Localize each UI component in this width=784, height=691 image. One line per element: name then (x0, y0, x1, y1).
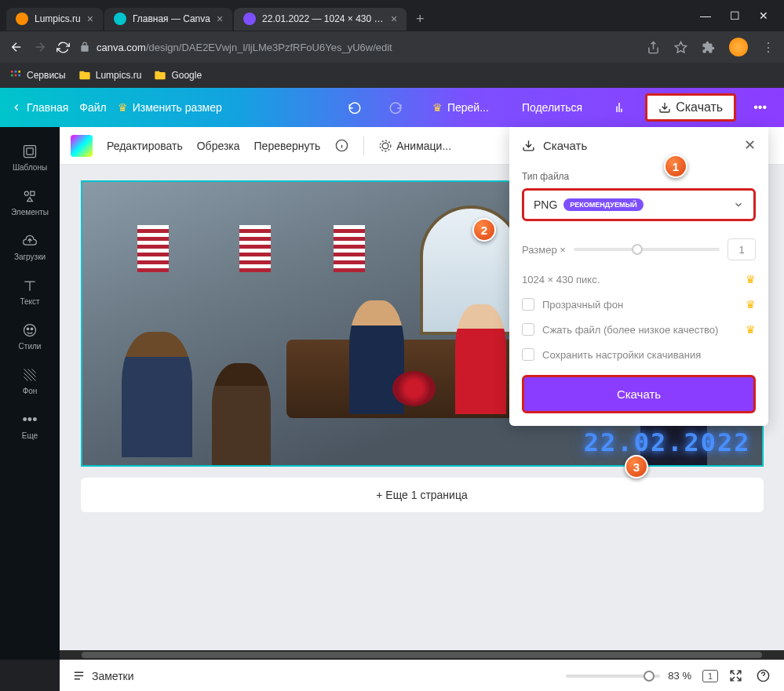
browser-tabs: Lumpics.ru × Главная — Canva × 22.01.202… (6, 2, 700, 31)
save-settings-row[interactable]: Сохранить настройки скачивания (522, 342, 756, 367)
svg-point-14 (383, 143, 389, 149)
annotation-callout-1: 1 (664, 155, 687, 178)
add-page-button[interactable]: + Еще 1 страница (81, 478, 764, 512)
svg-point-10 (24, 325, 36, 336)
profile-avatar[interactable] (729, 38, 748, 56)
minimize-icon[interactable]: — (700, 9, 711, 22)
svg-rect-5 (18, 75, 20, 77)
back-icon[interactable] (9, 40, 24, 54)
checkbox[interactable] (522, 348, 534, 361)
bookmark-apps[interactable]: Сервисы (9, 69, 66, 82)
close-icon[interactable]: × (391, 13, 397, 25)
canva-header: Главная Файл ♛ Изменить размер ♛ Перей..… (0, 88, 784, 127)
analytics-icon[interactable] (604, 96, 634, 119)
home-button[interactable]: Главная (11, 101, 68, 114)
bookmark-item[interactable]: Google (154, 69, 202, 82)
crown-icon: ♛ (746, 323, 756, 336)
extensions-icon[interactable] (702, 41, 715, 54)
bookmark-label: Google (171, 70, 202, 81)
more-icon[interactable]: ••• (747, 96, 773, 119)
browser-tab[interactable]: Главная — Canva × (104, 8, 232, 31)
sidebar-uploads[interactable]: Загрузки (0, 224, 60, 269)
annotation-callout-2: 2 (472, 218, 496, 242)
tab-favicon (114, 13, 126, 25)
zoom-slider[interactable] (566, 675, 660, 678)
url-field[interactable]: canva.com/design/DAE2EVwjn_l/ljLMe3PzfRF… (79, 42, 637, 53)
share-icon[interactable] (647, 41, 660, 54)
resize-button[interactable]: ♛ Изменить размер (118, 101, 222, 114)
redo-button[interactable] (381, 96, 410, 119)
size-value[interactable]: 1 (727, 238, 756, 260)
svg-point-8 (24, 191, 28, 195)
notes-icon (72, 669, 86, 682)
dimensions-text: 1024 × 430 пикс. (522, 274, 600, 285)
download-icon (522, 139, 535, 152)
reload-icon[interactable] (57, 41, 70, 54)
help-icon[interactable] (756, 668, 771, 683)
animate-button[interactable]: Анимаци... (378, 139, 451, 153)
flip-button[interactable]: Перевернуть (254, 140, 321, 152)
dims-row: 1024 × 430 пикс. ♛ (522, 267, 756, 292)
color-swatch[interactable] (71, 135, 93, 157)
crown-icon: ♛ (118, 101, 128, 114)
close-icon[interactable]: × (87, 13, 93, 25)
sidebar-styles[interactable]: Стили (0, 314, 60, 358)
new-tab-button[interactable]: + (408, 8, 432, 31)
svg-rect-1 (15, 71, 17, 73)
notes-button[interactable]: Заметки (72, 669, 134, 682)
transparent-row[interactable]: Прозрачный фон ♛ (522, 292, 756, 317)
chevron-down-icon (733, 199, 744, 210)
crown-icon: ♛ (746, 273, 756, 285)
upgrade-button[interactable]: ♛ Перей... (421, 96, 500, 119)
svg-point-12 (31, 328, 33, 330)
download-header-button[interactable]: Скачать (645, 93, 736, 122)
checkbox[interactable] (522, 298, 534, 311)
pages-button[interactable]: 1 (702, 670, 718, 682)
download-button[interactable]: Скачать (522, 375, 756, 413)
size-label: Размер × (522, 244, 566, 256)
sidebar-elements[interactable]: Элементы (0, 180, 60, 224)
file-type-select[interactable]: PNG РЕКОМЕНДУЕМЫЙ (522, 188, 756, 221)
share-button[interactable]: Поделиться (511, 96, 593, 119)
download-panel: Скачать ✕ Тип файла PNG РЕКОМЕНДУЕМЫЙ Ра… (509, 127, 768, 426)
templates-icon (21, 143, 38, 160)
sidebar-more[interactable]: •••Еще (0, 403, 60, 448)
text-icon (21, 277, 38, 294)
transparent-label: Прозрачный фон (542, 299, 623, 311)
close-window-icon[interactable]: ✕ (759, 9, 768, 22)
sidebar-background[interactable]: Фон (0, 358, 60, 403)
menu-icon[interactable]: ⋮ (762, 40, 775, 55)
bookmark-item[interactable]: Lumpics.ru (78, 69, 142, 82)
animate-icon (378, 139, 392, 153)
main-area: Шаблоны Элементы Загрузки Текст Стили Фо… (0, 127, 784, 660)
undo-button[interactable] (340, 96, 370, 119)
close-icon[interactable]: × (217, 13, 223, 25)
svg-rect-0 (11, 71, 13, 73)
checkbox[interactable] (522, 323, 534, 336)
browser-tab[interactable]: Lumpics.ru × (6, 8, 103, 31)
compress-row[interactable]: Сжать файл (более низкое качество) ♛ (522, 317, 756, 342)
browser-tab-active[interactable]: 22.01.2022 — 1024 × 430 пикс × (234, 8, 407, 31)
crop-button[interactable]: Обрезка (197, 140, 240, 152)
zoom-value: 83 % (668, 670, 691, 682)
date-overlay-text[interactable]: 22.02.2022 (584, 427, 751, 457)
horizontal-scrollbar[interactable] (60, 650, 784, 660)
fullscreen-icon[interactable] (729, 669, 745, 682)
size-slider[interactable] (574, 248, 720, 251)
file-menu[interactable]: Файл (79, 101, 106, 114)
styles-icon (21, 322, 38, 339)
folder-icon (78, 69, 91, 82)
sidebar-text[interactable]: Текст (0, 269, 60, 314)
chevron-left-icon (11, 102, 22, 113)
forward-icon[interactable] (33, 40, 47, 54)
annotation-callout-3: 3 (625, 455, 648, 478)
close-icon[interactable]: ✕ (744, 136, 756, 154)
info-icon[interactable] (334, 138, 349, 153)
sidebar-templates[interactable]: Шаблоны (0, 135, 60, 180)
edit-button[interactable]: Редактировать (107, 140, 183, 152)
maximize-icon[interactable]: ☐ (730, 9, 740, 22)
more-icon: ••• (21, 411, 38, 428)
file-type-label: Тип файла (522, 171, 756, 182)
recommended-badge: РЕКОМЕНДУЕМЫЙ (563, 198, 643, 211)
star-icon[interactable] (674, 41, 687, 54)
